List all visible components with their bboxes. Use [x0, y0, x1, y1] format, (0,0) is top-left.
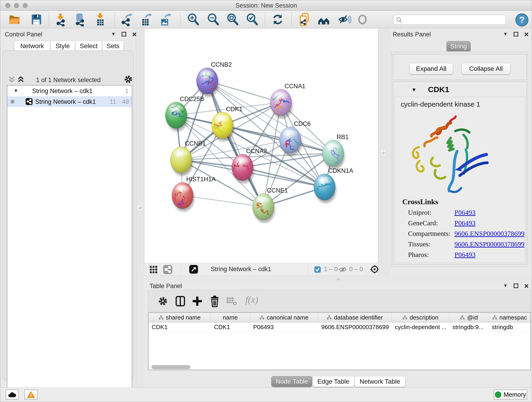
export-table-icon[interactable]: [139, 13, 153, 26]
column-type-icon: [158, 315, 164, 320]
warning-icon: [27, 391, 35, 398]
grid-view-icon[interactable]: [149, 265, 158, 274]
results-panel-maximize-icon[interactable]: [514, 32, 518, 36]
apply-layout-icon[interactable]: [271, 13, 285, 26]
open-session-icon[interactable]: [8, 13, 22, 26]
export-network-icon[interactable]: [120, 13, 133, 26]
tab-node-table[interactable]: Node Table: [271, 376, 312, 387]
expand-all-button[interactable]: Expand All: [409, 63, 453, 75]
protein-structure-image: [406, 113, 491, 196]
results-panel-float-icon[interactable]: ▼: [503, 32, 508, 37]
show-columns-icon[interactable]: [175, 296, 186, 307]
table-panel-maximize-icon[interactable]: [514, 283, 518, 288]
hide-selected-icon[interactable]: [338, 13, 351, 26]
statusbar-separator: [308, 264, 308, 274]
export-image-icon[interactable]: [159, 13, 172, 26]
tab-select[interactable]: Select: [75, 41, 102, 51]
search-icon: [396, 17, 403, 24]
column-header[interactable]: description: [392, 313, 449, 322]
tab-network-table[interactable]: Network Table: [355, 376, 405, 387]
tab-edge-table[interactable]: Edge Table: [312, 376, 355, 387]
import-network-icon[interactable]: [54, 13, 68, 26]
import-database-icon[interactable]: [73, 13, 87, 26]
network-node-CCNB2[interactable]: CCNB2: [196, 61, 232, 97]
network-node-HIST1H1A[interactable]: HIST1H1A: [169, 176, 216, 211]
cloud-status-button[interactable]: [6, 390, 19, 400]
tab-style[interactable]: Style: [50, 41, 75, 51]
protein-collapse-icon[interactable]: ▼: [412, 87, 417, 93]
tab-network[interactable]: Network: [14, 41, 50, 51]
column-header[interactable]: database identifier: [318, 313, 392, 322]
table-panel: Table Panel ▼ ×: [144, 282, 532, 388]
crosslink-value-link[interactable]: P06493: [455, 219, 476, 227]
network-node-CDKN1A[interactable]: CDKN1A: [314, 167, 353, 203]
tab-sets[interactable]: Sets: [102, 41, 124, 51]
node-label-CCNE1: CCNE1: [267, 187, 288, 194]
crosslink-value-link[interactable]: P06493: [455, 209, 476, 216]
horizontal-splitter-grip[interactable]: [336, 277, 340, 280]
cell-database-identifier: 9606.ENSP00000378699: [318, 322, 392, 332]
zoom-fit-icon[interactable]: [226, 13, 240, 26]
import-table-icon[interactable]: [94, 13, 107, 26]
clone-network-icon[interactable]: [298, 13, 312, 26]
crosslink-label: GeneCard:: [408, 219, 453, 227]
crosslink-label: Tissues:: [408, 240, 453, 248]
network-node-CCNE1[interactable]: CCNE1: [253, 187, 288, 223]
network-collection-row[interactable]: ▼ String Network – cdk1 1: [7, 85, 132, 96]
control-panel-maximize-icon[interactable]: [122, 32, 126, 36]
crosslink-row: Uniprot: P06493: [408, 209, 525, 219]
tree-expand-icon[interactable]: ▼: [14, 88, 18, 93]
crosslink-value-link[interactable]: 9606.ENSP00000378699: [455, 230, 525, 237]
node-label-CCNA2: CCNA2: [246, 148, 267, 154]
column-header[interactable]: name: [211, 313, 250, 322]
add-column-icon[interactable]: [192, 296, 202, 306]
node-label-CDK1: CDK1: [226, 106, 242, 113]
results-panel-close-icon[interactable]: ×: [524, 32, 529, 36]
horizontal-splitter[interactable]: [144, 276, 532, 282]
cell-id: stringdb:9...: [449, 322, 489, 332]
left-splitter-grip[interactable]: [138, 205, 143, 210]
function-builder-icon: f(x): [245, 294, 258, 305]
collapse-all-button[interactable]: Collapse All: [462, 63, 510, 75]
right-splitter[interactable]: [379, 28, 390, 276]
crosslink-value-link[interactable]: P06493: [455, 251, 476, 258]
birdseye-icon[interactable]: [370, 264, 380, 274]
right-splitter-grip[interactable]: [380, 150, 386, 155]
warnings-button[interactable]: [24, 390, 38, 400]
column-header[interactable]: @id: [449, 313, 489, 322]
control-panel-float-icon[interactable]: ▼: [111, 32, 116, 37]
zoom-in-icon[interactable]: [186, 13, 200, 26]
table-gear-icon[interactable]: [158, 296, 168, 306]
network-node-CCNA1[interactable]: CCNA1: [262, 83, 305, 119]
save-session-icon[interactable]: [30, 13, 43, 26]
network-tab-panel: 1 of 1 Network selected ▼ String Network…: [2, 51, 134, 380]
graphics-details-icon[interactable]: [317, 13, 331, 26]
zoom-selected-icon[interactable]: [245, 13, 259, 26]
network-view-icon[interactable]: [163, 265, 172, 274]
column-header[interactable]: shared name: [148, 313, 211, 322]
table-horizontal-scrollbar[interactable]: [152, 365, 190, 369]
search-input[interactable]: [404, 16, 502, 23]
selected-count: 1 – 0: [324, 266, 338, 273]
column-header[interactable]: canonical name: [250, 313, 318, 322]
table-panel-close-icon[interactable]: ×: [524, 283, 529, 288]
network-row[interactable]: String Network – cdk1 11 48: [7, 96, 132, 107]
table-panel-float-icon[interactable]: ▼: [503, 283, 508, 288]
help-icon[interactable]: ?: [515, 13, 529, 27]
show-selected-icon[interactable]: [355, 13, 369, 26]
network-node-RB1[interactable]: RB1: [322, 134, 348, 169]
crosslink-value-link[interactable]: 9606.ENSP00000378699: [455, 240, 525, 248]
network-canvas[interactable]: CCNB2CCNA1CDC25BCDK1CDC6RB1CCNB1CCNA2CDK…: [144, 28, 378, 263]
detach-view-icon[interactable]: [189, 265, 198, 274]
crosslink-row: Pharos: P06493: [408, 251, 525, 261]
memory-button[interactable]: Memory: [494, 390, 527, 400]
protein-details-box: cyclin-dependent kinase 1: [394, 97, 525, 263]
delete-column-icon[interactable]: [209, 295, 220, 307]
tab-string[interactable]: String: [447, 41, 471, 52]
zoom-out-icon[interactable]: [206, 13, 220, 26]
column-header[interactable]: namespac: [488, 313, 530, 322]
left-splitter[interactable]: [136, 28, 144, 388]
selected-checkbox-icon[interactable]: [314, 266, 321, 273]
table-row[interactable]: CDK1 CDK1 P06493 9606.ENSP00000378699 cy…: [148, 322, 530, 332]
network-options-gear-icon[interactable]: [124, 75, 133, 84]
